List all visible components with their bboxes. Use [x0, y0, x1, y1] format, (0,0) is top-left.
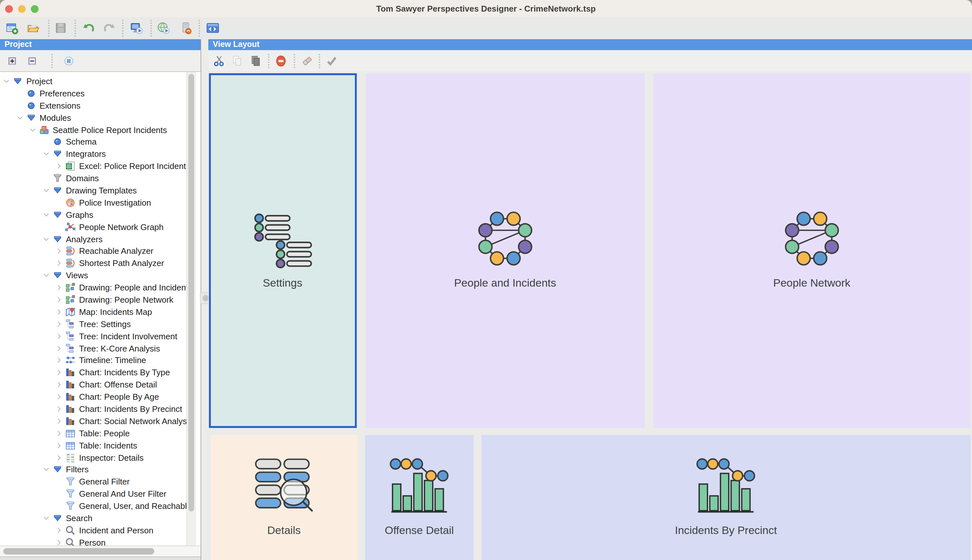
chevron-right-icon[interactable]	[55, 282, 63, 293]
chevron-right-icon[interactable]	[55, 331, 63, 342]
expand-all-button[interactable]	[7, 56, 17, 65]
tree-item[interactable]: Drawing Templates	[0, 184, 187, 197]
tree-item[interactable]: General Filter	[0, 476, 187, 488]
tree-item[interactable]: Chart: Offense Detail	[0, 379, 187, 391]
chevron-right-icon[interactable]	[55, 161, 63, 172]
tree-item[interactable]: Analyzers	[0, 233, 187, 245]
chevron-right-icon[interactable]	[55, 355, 63, 366]
tree-item[interactable]: General, User, and Reachable	[0, 500, 187, 512]
panel-splitter[interactable]	[202, 39, 208, 560]
horizontal-scroll-thumb[interactable]	[3, 548, 154, 555]
tree-item[interactable]: Seattle Police Report Incidents	[0, 124, 187, 136]
redo-button[interactable]	[102, 22, 115, 35]
chevron-right-icon[interactable]	[55, 319, 63, 330]
tree-item[interactable]: Drawing: People Network	[0, 294, 187, 306]
tree-item[interactable]: Excel: Police Report Incidents	[0, 160, 187, 172]
chevron-right-icon[interactable]	[55, 246, 63, 257]
tree-item[interactable]: Inspector: Details	[0, 452, 187, 463]
tree-item-label: Graphs	[66, 210, 93, 220]
chevron-down-icon[interactable]	[15, 112, 24, 123]
tree-item[interactable]: Chart: People By Age	[0, 391, 187, 403]
tree-horizontal-scrollbar[interactable]	[0, 545, 200, 557]
tree-item[interactable]: Tree: Settings	[0, 318, 187, 330]
collapse-all-button[interactable]	[27, 56, 37, 65]
chevron-right-icon[interactable]	[55, 452, 63, 463]
chevron-right-icon[interactable]	[55, 416, 63, 427]
tile-people-and-incidents[interactable]: People and Incidents	[366, 73, 645, 428]
chevron-right-icon[interactable]	[55, 428, 63, 439]
delete-button[interactable]	[275, 55, 287, 67]
run-application-button[interactable]	[130, 22, 143, 35]
run-server-button[interactable]	[179, 22, 192, 35]
chevron-down-icon[interactable]	[2, 76, 11, 87]
tree-item[interactable]: People Network Graph	[0, 221, 187, 233]
tree-item[interactable]: Views	[0, 270, 187, 282]
apply-button[interactable]	[326, 55, 338, 67]
chevron-right-icon[interactable]	[55, 537, 63, 546]
new-project-button[interactable]	[6, 22, 18, 35]
chevron-down-icon[interactable]	[42, 149, 50, 160]
undo-button[interactable]	[82, 22, 95, 35]
tree-item[interactable]: General And User Filter	[0, 488, 187, 500]
chevron-down-icon[interactable]	[42, 185, 50, 196]
tree-item[interactable]: Graphs	[0, 209, 187, 221]
chevron-down-icon[interactable]	[42, 233, 50, 245]
tree-item[interactable]: Reachable Analyzer	[0, 245, 187, 257]
chevron-right-icon[interactable]	[55, 379, 63, 390]
tree-item[interactable]: Chart: Incidents By Type	[0, 367, 187, 379]
chevron-down-icon[interactable]	[42, 209, 50, 220]
cut-button[interactable]	[213, 55, 225, 67]
tree-item[interactable]: Police Investigation	[0, 197, 187, 209]
chevron-right-icon[interactable]	[55, 307, 63, 317]
chevron-down-icon[interactable]	[42, 270, 50, 281]
tree-item[interactable]: Table: Incidents	[0, 439, 187, 452]
tile-details[interactable]: Details	[210, 435, 357, 560]
erase-button[interactable]	[301, 55, 313, 67]
chevron-right-icon[interactable]	[55, 343, 63, 354]
tree-item[interactable]: Incident and Person	[0, 524, 187, 537]
tree-item[interactable]: Integrators	[0, 148, 187, 160]
chevron-right-icon[interactable]	[55, 294, 63, 305]
chevron-right-icon[interactable]	[55, 258, 63, 269]
chevron-right-icon[interactable]	[55, 391, 63, 402]
copy-button[interactable]	[231, 55, 243, 67]
tree-item[interactable]: Chart: Social Network Analysis	[0, 415, 187, 427]
vertical-scroll-thumb[interactable]	[188, 74, 194, 512]
tree-item[interactable]: Preferences	[0, 87, 187, 100]
chevron-down-icon[interactable]	[28, 124, 37, 135]
tree-item[interactable]: Tree: Incident Involvement	[0, 330, 187, 342]
chevron-down-icon[interactable]	[42, 464, 50, 475]
tree-item[interactable]: Search	[0, 512, 187, 524]
tile-people-network[interactable]: People Network	[653, 73, 971, 428]
view-editor-button[interactable]	[206, 22, 219, 35]
tree-item[interactable]: Chart: Incidents By Precinct	[0, 403, 187, 415]
chevron-right-icon[interactable]	[55, 440, 63, 451]
tree-item[interactable]: Timeline: Timeline	[0, 354, 187, 367]
project-panel: Project ProjectPreferencesExtensionsModu…	[0, 39, 201, 560]
tree-item[interactable]: Person	[0, 537, 187, 546]
tree-item[interactable]: Domains	[0, 172, 187, 184]
tree-item[interactable]: Modules	[0, 112, 187, 124]
tile-incidents-by-precinct[interactable]: Incidents By Precinct	[481, 435, 971, 560]
run-web-button[interactable]	[157, 22, 170, 35]
tree-item[interactable]: Shortest Path Analyzer	[0, 257, 187, 270]
open-project-button[interactable]	[27, 22, 40, 35]
tree-item[interactable]: Extensions	[0, 100, 187, 112]
chevron-right-icon[interactable]	[55, 525, 63, 536]
paste-button[interactable]	[250, 55, 262, 67]
chevron-right-icon[interactable]	[55, 403, 63, 415]
tree-item[interactable]: Filters	[0, 463, 187, 476]
tree-item[interactable]: Schema	[0, 136, 187, 148]
tree-item[interactable]: Project	[0, 75, 187, 87]
tile-offense-detail[interactable]: Offense Detail	[365, 435, 473, 560]
tree-item[interactable]: Drawing: People and Incidents	[0, 282, 187, 294]
tree-item[interactable]: Table: People	[0, 427, 187, 440]
pause-updates-button[interactable]	[64, 56, 73, 65]
save-button[interactable]	[54, 22, 67, 35]
tile-settings[interactable]: Settings	[209, 73, 356, 428]
tree-item[interactable]: Tree: K-Core Analysis	[0, 342, 187, 354]
chevron-right-icon[interactable]	[55, 367, 63, 378]
tree-vertical-scrollbar[interactable]	[186, 72, 196, 546]
tree-item[interactable]: Map: Incidents Map	[0, 306, 187, 318]
chevron-down-icon[interactable]	[42, 513, 50, 524]
